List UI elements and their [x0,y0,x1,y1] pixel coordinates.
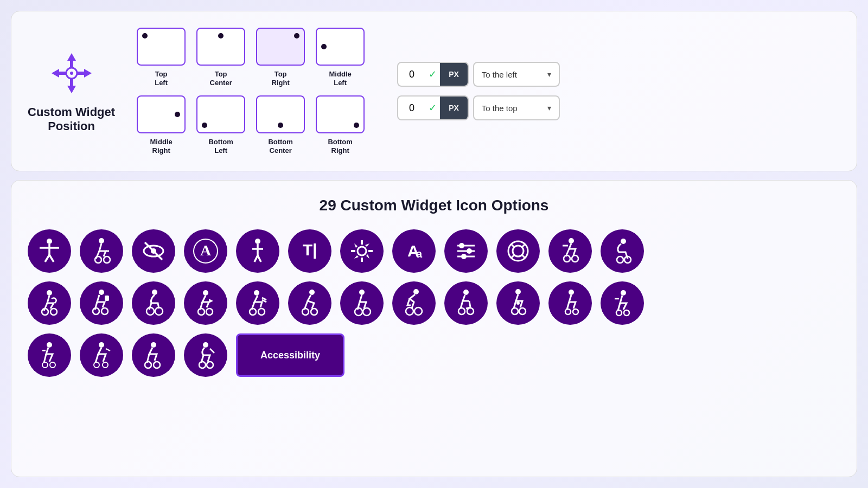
icon-wheelchair-tiny[interactable] [601,281,644,325]
icon-wheelchair-dash[interactable] [548,229,592,273]
position-bottom-center[interactable]: BottomCenter [256,95,305,155]
icon-wheelchair-iii[interactable] [132,333,175,377]
svg-point-58 [99,290,104,295]
position-box-bottom-left[interactable] [196,95,245,133]
icon-aa-font[interactable]: A a [392,229,436,273]
top-control-row: ✓ PX To the top ▾ [397,95,560,120]
svg-point-92 [621,290,626,296]
icon-wheelchair-person[interactable] [80,229,123,273]
svg-point-62 [152,290,157,295]
move-icon-section: Custom WidgetPosition [28,49,115,134]
icon-sliders[interactable] [444,229,488,273]
icon-person-standing[interactable] [236,229,279,273]
icon-person-arms-out[interactable] [28,229,71,273]
icon-wheelchair-hand[interactable] [28,281,71,325]
left-px-input-group[interactable]: ✓ PX [397,62,469,87]
position-box-bottom-center[interactable] [256,95,305,133]
icon-wheelchair-ii[interactable] [80,333,123,377]
svg-point-52 [621,239,626,244]
left-px-input[interactable] [398,69,425,80]
icon-wheelchair-basic[interactable] [340,281,384,325]
icon-wheelchair-forward2[interactable] [236,281,279,325]
icon-wheelchair-seated[interactable] [444,281,488,325]
dot-middle-right [175,112,180,117]
top-px-input[interactable] [398,102,425,114]
svg-point-9 [70,72,73,75]
svg-point-83 [458,308,465,314]
icon-wheelchair-active[interactable] [392,281,436,325]
position-box-top-center[interactable] [196,28,245,66]
svg-marker-6 [84,69,92,78]
position-box-top-right[interactable] [256,28,305,66]
position-top-left[interactable]: TopLeft [137,28,186,87]
svg-marker-4 [52,69,59,78]
icon-wheelchair-alt[interactable] [601,229,644,273]
svg-point-87 [519,308,526,314]
position-bottom-right[interactable]: BottomRight [316,95,365,155]
svg-rect-61 [105,296,109,301]
left-check-icon[interactable]: ✓ [425,68,440,80]
position-top-right[interactable]: TopRight [256,28,305,87]
position-top-center[interactable]: TopCenter [196,28,245,87]
svg-point-91 [573,309,578,314]
dot-bottom-left [202,123,207,128]
dot-bottom-right [354,123,359,128]
icon-letter-a[interactable]: A [184,229,227,273]
svg-point-77 [355,308,362,316]
icon-life-ring[interactable] [496,229,540,273]
icon-wheelchair-forward[interactable] [184,281,227,325]
svg-point-50 [572,255,578,262]
icon-wheelchair-circle[interactable] [496,281,540,325]
svg-point-106 [203,342,208,348]
position-box-top-left[interactable] [137,28,186,66]
svg-point-17 [104,256,110,263]
svg-point-10 [47,239,52,244]
svg-point-15 [99,238,104,243]
position-bottom-left[interactable]: BottomLeft [196,95,245,155]
position-box-bottom-right[interactable] [316,95,365,133]
accessibility-button[interactable]: Accessibility [236,333,344,377]
dot-top-right [294,33,299,38]
icon-wheelchair-small[interactable] [548,281,592,325]
svg-text:A: A [200,242,212,259]
svg-point-59 [93,308,99,314]
top-direction-label: To the top [482,104,518,113]
position-middle-right[interactable]: MiddleRight [137,95,186,155]
svg-point-41 [461,254,467,259]
svg-point-78 [363,308,371,316]
dot-middle-left [321,44,327,49]
icon-wheelchair-lean[interactable] [288,281,331,325]
position-box-middle-left[interactable] [316,28,365,66]
svg-point-101 [94,362,99,368]
icon-wheelchair-modern[interactable] [132,281,175,325]
top-direction-dropdown[interactable]: To the top ▾ [473,95,560,120]
left-dropdown-arrow-icon: ▾ [547,70,551,79]
icon-wheelchair-motorized[interactable] [80,281,123,325]
icon-gear[interactable] [340,229,384,273]
icons-row-1: A T| [28,229,840,273]
svg-point-65 [203,290,208,296]
dot-bottom-center [278,123,283,128]
svg-point-108 [207,362,213,368]
icon-text-T[interactable]: T| [288,229,331,273]
svg-point-93 [616,310,622,316]
svg-point-73 [309,290,315,295]
svg-point-80 [406,307,413,315]
left-direction-dropdown[interactable]: To the left ▾ [473,62,560,87]
icon-wheelchair-iv[interactable] [184,333,227,377]
svg-point-76 [359,290,365,295]
svg-point-39 [459,243,464,248]
position-middle-left[interactable]: MiddleLeft [316,28,365,87]
top-check-icon[interactable]: ✓ [425,102,440,114]
move-icon [47,49,96,98]
svg-marker-2 [67,86,76,93]
icon-eye-slash[interactable] [132,229,175,273]
svg-text:T|: T| [303,241,317,259]
position-box-middle-right[interactable] [137,95,186,133]
svg-point-60 [101,308,108,314]
dot-top-center [218,33,224,38]
top-px-input-group[interactable]: ✓ PX [397,95,469,120]
svg-point-86 [512,308,518,314]
icon-wheelchair-i[interactable] [28,333,71,377]
svg-point-90 [565,309,571,314]
